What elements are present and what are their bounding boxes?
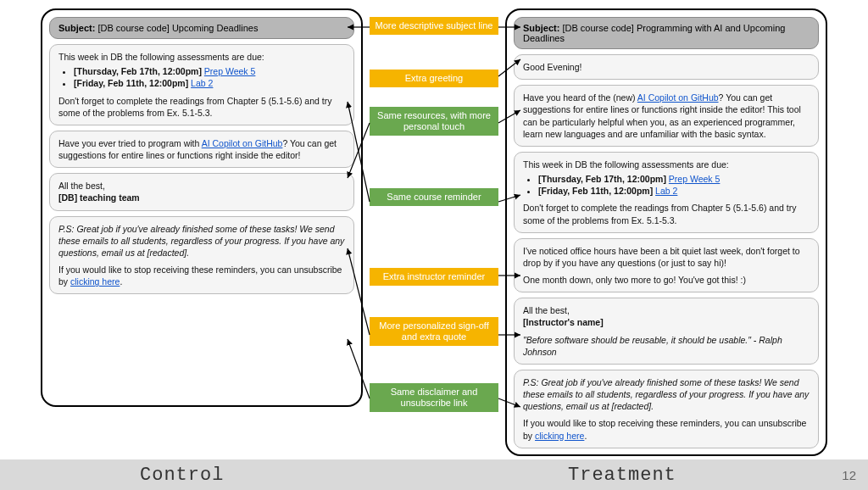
control-resource-block: Have you ever tried to program with AI C… — [49, 131, 354, 168]
signoff-line1: All the best, — [523, 304, 810, 316]
treatment-resource-block: Have you heard of the (new) AI Copilot o… — [514, 85, 819, 147]
signoff-line2: [DB] teaching team — [58, 192, 140, 203]
slide: Subject: [DB course code] Upcoming Deadl… — [0, 0, 868, 490]
list-item: [Friday, Feb 11th, 12:00pm] Lab 2 — [538, 185, 810, 197]
treatment-ps-block: P.S: Great job if you've already finishe… — [514, 370, 819, 448]
instructor-line2: One month down, only two more to go! You… — [523, 274, 810, 286]
deadline-bold: [Thursday, Feb 17th, 12:00pm] — [538, 174, 666, 184]
subject-prefix: Subject: — [58, 23, 95, 33]
badge-greeting: Extra greeting — [370, 70, 498, 87]
list-item: [Thursday, Feb 17th, 12:00pm] Prep Week … — [74, 65, 345, 77]
treatment-column: Subject: [DB course code] Programming wi… — [505, 8, 827, 456]
ps-text: P.S: Great job if you've already finishe… — [523, 377, 809, 411]
treatment-greeting-block: Good Evening! — [514, 54, 819, 80]
control-signoff-block: All the best, [DB] teaching team — [49, 173, 354, 210]
deadline-bold: [Thursday, Feb 17th, 12:00pm] — [74, 66, 202, 76]
control-ps-block: P.S: Great job if you've already finishe… — [49, 216, 354, 295]
control-column: Subject: [DB course code] Upcoming Deadl… — [41, 8, 363, 407]
badge-disclaimer: Same disclaimer and unsubscribe link — [370, 383, 498, 412]
subject-prefix: Subject: — [523, 23, 559, 33]
deadline-bold: [Friday, Feb 11th, 12:00pm] — [74, 78, 188, 88]
control-subject: Subject: [DB course code] Upcoming Deadl… — [49, 17, 354, 39]
subject-text: [DB course code] Programming with AI and… — [523, 23, 785, 43]
instructor-line1: I've noticed office hours have been a bi… — [523, 245, 810, 269]
treatment-instructor-block: I've noticed office hours have been a bi… — [514, 238, 819, 293]
reminder-intro: This week in DB the following assessment… — [58, 51, 345, 63]
reminder-intro: This week in DB the following assessment… — [523, 159, 810, 170]
footer-control-label: Control — [140, 465, 224, 486]
unsub-post: . — [120, 276, 122, 287]
signoff-quote: "Before software should be reusable, it … — [523, 335, 782, 357]
ps-text: P.S: Great job if you've already finishe… — [58, 224, 344, 258]
deadline-bold: [Friday, Feb 11th, 12:00pm] — [538, 186, 653, 196]
footer-treatment-label: Treatment — [568, 465, 676, 486]
badge-subject: More descriptive subject line — [370, 17, 498, 35]
control-reminder-block: This week in DB the following assessment… — [49, 44, 354, 125]
deadline-link[interactable]: Prep Week 5 — [204, 66, 256, 76]
resource-pre: Have you heard of the (new) — [523, 92, 637, 103]
signoff-line2: [Instructor's name] — [523, 317, 604, 327]
treatment-subject: Subject: [DB course code] Programming wi… — [514, 17, 819, 49]
treatment-signoff-block: All the best, [Instructor's name] "Befor… — [514, 298, 819, 365]
reminder-note: Don't forget to complete the readings fr… — [523, 202, 810, 226]
list-item: [Thursday, Feb 17th, 12:00pm] Prep Week … — [538, 173, 810, 185]
badge-instructor: Extra instructor reminder — [370, 268, 498, 286]
unsub-post: . — [584, 431, 587, 441]
reminder-note: Don't forget to complete the readings fr… — [58, 95, 345, 119]
footer-bar: Control Treatment 12 — [0, 459, 868, 490]
subject-text: [DB course code] Upcoming Deadlines — [97, 23, 258, 33]
greeting-text: Good Evening! — [523, 62, 581, 72]
badge-signoff: More personalized sign-off and extra quo… — [370, 317, 498, 346]
deadline-link[interactable]: Lab 2 — [191, 78, 213, 88]
page-number: 12 — [842, 468, 856, 482]
badge-reminder: Same course reminder — [370, 188, 498, 206]
resource-pre: Have you ever tried to program with — [58, 138, 202, 148]
deadline-link[interactable]: Lab 2 — [655, 186, 677, 196]
resource-link[interactable]: AI Copilot on GitHub — [202, 138, 283, 148]
list-item: [Friday, Feb 11th, 12:00pm] Lab 2 — [74, 77, 345, 89]
unsub-link[interactable]: clicking here — [535, 431, 584, 441]
resource-link[interactable]: AI Copilot on GitHub — [637, 92, 719, 103]
signoff-line1: All the best, — [58, 180, 345, 192]
treatment-reminder-block: This week in DB the following assessment… — [514, 152, 819, 233]
unsub-link[interactable]: clicking here — [70, 276, 120, 287]
deadline-link[interactable]: Prep Week 5 — [669, 174, 721, 184]
badge-resources: Same resources, with more personal touch — [370, 107, 498, 136]
